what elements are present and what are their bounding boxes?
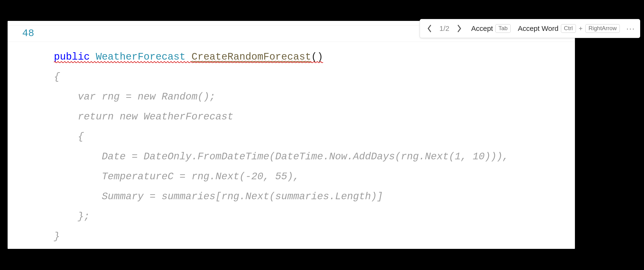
ghost-text-line: { <box>54 71 60 83</box>
accept-word-button[interactable]: Accept Word Ctrl + RightArrow <box>515 24 620 33</box>
ghost-text-line: Summary = summaries[rng.Next(summaries.L… <box>54 191 383 202</box>
rightarrow-keycap: RightArrow <box>585 24 620 33</box>
ghost-text-line: }; <box>54 211 90 222</box>
inline-completion-toolbar: 1/2 Accept Tab Accept Word Ctrl + RightA… <box>420 19 640 38</box>
chevron-left-icon <box>427 24 432 32</box>
keyword-public: public <box>54 51 90 63</box>
ghost-text-line: Date = DateOnly.FromDateTime(DateTime.No… <box>54 151 509 162</box>
chevron-right-icon <box>457 24 462 32</box>
next-suggestion-button[interactable] <box>454 24 464 33</box>
ghost-text-line: return new WeatherForecast <box>54 111 233 122</box>
ghost-text-line: { <box>54 131 84 142</box>
plus-separator: + <box>579 25 582 32</box>
tab-keycap: Tab <box>496 24 511 33</box>
ghost-text-line: TemperatureC = rng.Next(-20, 55), <box>54 171 299 182</box>
code-area[interactable]: public WeatherForecast CreateRandomForec… <box>54 27 509 266</box>
type-weatherforecast: WeatherForecast <box>96 51 186 63</box>
gutter: 48 <box>8 21 48 249</box>
ghost-text-line: } <box>54 231 60 242</box>
code-editor[interactable]: 48 public WeatherForecast CreateRandomFo… <box>8 21 575 249</box>
ghost-text-line: var rng = new Random(); <box>54 91 216 102</box>
prev-suggestion-button[interactable] <box>425 24 434 33</box>
parens: () <box>311 51 323 63</box>
suggestion-counter: 1/2 <box>440 24 449 32</box>
more-options-button[interactable]: ··· <box>626 24 635 32</box>
method-name: CreateRandomForecast <box>192 47 311 67</box>
method-name-text: CreateRandomForecast <box>192 51 311 63</box>
method-signature: public WeatherForecast CreateRandomForec… <box>54 47 323 67</box>
line-number: 48 <box>22 28 34 39</box>
accept-label: Accept <box>471 24 493 32</box>
accept-button[interactable]: Accept Tab <box>468 24 510 33</box>
accept-word-label: Accept Word <box>518 24 558 32</box>
ctrl-keycap: Ctrl <box>561 24 576 33</box>
